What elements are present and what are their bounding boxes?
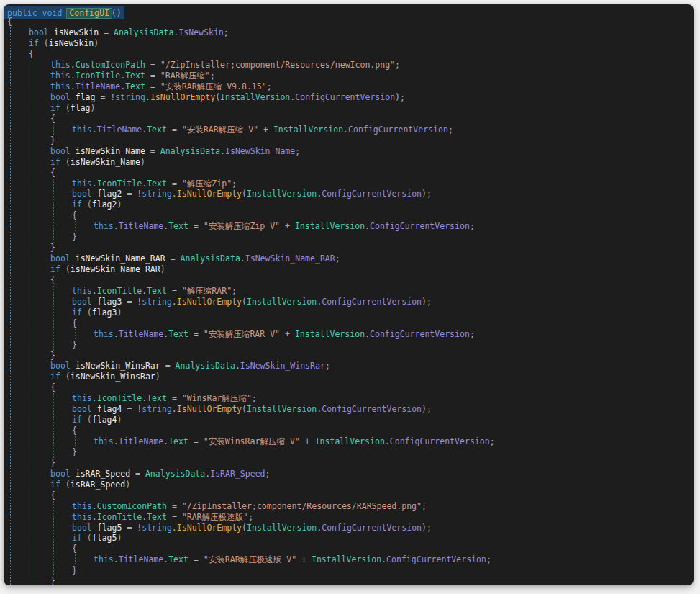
type-name-token[interactable]: InstallVersion: [315, 436, 385, 446]
type-name-token[interactable]: Text: [168, 554, 188, 564]
local-variable-token: flag5: [92, 533, 117, 543]
member-name-token[interactable]: ConfigCurrentVersion: [370, 221, 470, 231]
member-name-token[interactable]: ConfigCurrentVersion: [322, 523, 422, 533]
type-name-token[interactable]: InstallVersion: [247, 404, 317, 414]
member-name-token[interactable]: ConfigCurrentVersion: [370, 329, 470, 339]
code-line: this.TitleName.Text = "安装RAR解压缩 V9.8.15"…: [7, 81, 694, 92]
code-line: if (flag3): [7, 307, 694, 318]
local-variable-token: isRAR_Speed: [76, 469, 135, 479]
method-name-token[interactable]: IsNullOrEmpty: [150, 92, 215, 102]
member-name-token[interactable]: TitleName: [76, 81, 120, 91]
punctuation-token: .: [172, 404, 177, 414]
type-name-token[interactable]: Text: [125, 81, 145, 91]
punctuation-token: =: [167, 286, 182, 296]
code-line: }: [7, 576, 694, 585]
type-name-token[interactable]: IconTitle: [97, 179, 142, 189]
code-line: bool isNewSkin = AnalysisData.IsNewSkin;: [7, 27, 694, 38]
code-line: public void ConfigUI(): [7, 6, 694, 17]
punctuation-token: .: [365, 329, 370, 339]
member-name-token[interactable]: TitleName: [97, 125, 142, 135]
member-name-token[interactable]: TitleName: [119, 436, 163, 446]
keyword-token: if: [50, 372, 65, 382]
punctuation-token: .: [71, 60, 76, 70]
member-name-token[interactable]: IsNewSkin: [178, 27, 223, 37]
punctuation-token: ;: [232, 286, 237, 296]
type-name-token[interactable]: InstallVersion: [295, 329, 365, 339]
punctuation-token: {: [72, 544, 77, 554]
type-name-token[interactable]: InstallVersion: [247, 189, 317, 199]
type-name-token[interactable]: CustomIconPath: [76, 60, 145, 70]
type-name-token[interactable]: AnalysisData: [114, 27, 173, 37]
type-name-token[interactable]: Text: [147, 179, 167, 189]
type-name-token[interactable]: InstallVersion: [273, 125, 343, 135]
type-name-token[interactable]: IconTitle: [97, 393, 142, 403]
member-name-token[interactable]: ConfigCurrentVersion: [386, 554, 486, 564]
local-variable-token: isNewSkin_WinsRar: [71, 372, 155, 382]
member-name-token[interactable]: IsNewSkin_Name: [225, 146, 295, 156]
code-line: {: [7, 210, 694, 221]
punctuation-token: ;: [422, 501, 427, 511]
punctuation-token: (: [65, 157, 71, 167]
type-name-token[interactable]: Text: [147, 393, 167, 403]
punctuation-token: = !: [127, 189, 142, 199]
punctuation-token: .: [92, 393, 97, 403]
code-line: if (flag): [7, 103, 694, 114]
member-name-token[interactable]: IsRAR_Speed: [210, 469, 265, 479]
method-name-token[interactable]: IsNullOrEmpty: [177, 404, 242, 414]
punctuation-token: =: [167, 125, 182, 135]
type-name-token[interactable]: InstallVersion: [312, 554, 381, 564]
punctuation-token: ): [94, 38, 99, 48]
code-line: {: [7, 382, 694, 393]
member-name-token[interactable]: IsNewSkin_Name_RAR: [245, 253, 335, 264]
member-name-token[interactable]: ConfigCurrentVersion: [322, 189, 422, 199]
code-line: bool flag3 = !string.IsNullOrEmpty(Insta…: [7, 297, 694, 307]
punctuation-token: (): [112, 8, 122, 18]
type-name-token[interactable]: InstallVersion: [295, 221, 365, 231]
type-name-token[interactable]: Text: [125, 71, 145, 81]
punctuation-token: {: [72, 426, 77, 436]
type-name-token[interactable]: IconTitle: [97, 512, 142, 522]
member-name-token[interactable]: ConfigCurrentVersion: [348, 125, 448, 135]
type-name-token[interactable]: AnalysisData: [176, 361, 235, 371]
type-name-token[interactable]: Text: [147, 286, 167, 296]
punctuation-token: .: [385, 436, 390, 446]
punctuation-token: ;: [232, 179, 237, 189]
code-line: bool isNewSkin_Name = AnalysisData.IsNew…: [7, 146, 694, 157]
member-name-token[interactable]: ConfigCurrentVersion: [322, 404, 422, 414]
punctuation-token: {: [7, 17, 12, 27]
member-name-token[interactable]: ConfigCurrentVersion: [295, 92, 395, 102]
method-name-token[interactable]: IsNullOrEmpty: [177, 297, 242, 307]
member-name-token[interactable]: TitleName: [119, 554, 163, 564]
member-name-token[interactable]: ConfigCurrentVersion: [322, 297, 422, 307]
type-name-token[interactable]: Text: [168, 436, 188, 446]
punctuation-token: .: [172, 189, 177, 199]
type-name-token[interactable]: AnalysisData: [160, 146, 220, 156]
type-name-token[interactable]: IconTitle: [76, 71, 120, 81]
punctuation-token: }: [50, 351, 55, 361]
member-name-token[interactable]: ConfigCurrentVersion: [390, 436, 490, 446]
method-name-token[interactable]: IsNullOrEmpty: [177, 189, 242, 199]
punctuation-token: .: [172, 297, 177, 307]
type-name-token[interactable]: Text: [168, 329, 188, 339]
punctuation-token: = !: [127, 297, 142, 307]
type-name-token[interactable]: Text: [168, 221, 188, 231]
type-name-token[interactable]: IconTitle: [97, 286, 142, 296]
type-name-token[interactable]: InstallVersion: [247, 297, 317, 307]
member-name-token[interactable]: TitleName: [119, 329, 163, 339]
code-line: bool isNewSkin_Name_RAR = AnalysisData.I…: [7, 253, 694, 264]
keyword-token: string: [142, 404, 172, 414]
type-name-token[interactable]: InstallVersion: [247, 523, 317, 533]
type-name-token[interactable]: InstallVersion: [220, 92, 290, 102]
method-name-token[interactable]: IsNullOrEmpty: [177, 523, 242, 533]
code-area[interactable]: public void ConfigUI(){bool isNewSkin = …: [4, 4, 694, 585]
type-name-token[interactable]: CustomIconPath: [97, 501, 167, 511]
local-variable-token: flag3: [92, 307, 117, 318]
member-name-token[interactable]: TitleName: [119, 221, 163, 231]
type-name-token[interactable]: AnalysisData: [181, 253, 240, 264]
member-name-token[interactable]: IsNewSkin_WinsRar: [240, 361, 325, 371]
type-name-token[interactable]: Text: [147, 512, 167, 522]
type-name-token[interactable]: AnalysisData: [145, 469, 205, 479]
type-name-token[interactable]: Text: [147, 125, 167, 135]
keyword-token: this: [50, 81, 71, 91]
selected-symbol[interactable]: ConfigUI: [66, 8, 112, 19]
